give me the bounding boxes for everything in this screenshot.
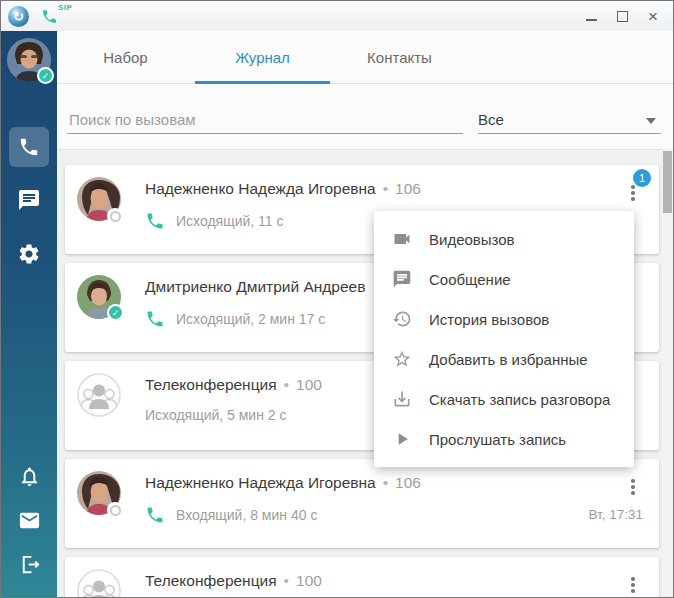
tab-journal[interactable]: Журнал (194, 31, 331, 83)
call-details-row: Входящий, 8 мин 40 с (145, 505, 645, 525)
videocam-icon (392, 229, 412, 249)
phone-icon (145, 211, 165, 231)
menu-item-video-call[interactable]: Видеовызов (374, 219, 634, 259)
sidebar: ✓ (1, 31, 57, 597)
settings-gear-icon (17, 242, 41, 266)
message-icon (392, 269, 412, 289)
avatar-group (77, 569, 121, 597)
chat-icon (17, 188, 41, 212)
call-time: Вт, 17:31 (588, 507, 643, 522)
maximize-button[interactable] (614, 8, 630, 24)
phone-icon (145, 505, 165, 525)
phone-icon (145, 309, 165, 329)
scrollbar-thumb[interactable] (663, 151, 672, 213)
main-content: Набор Журнал Контакты Все (57, 31, 673, 597)
minimize-icon (586, 19, 597, 21)
call-details: Исходящий, 11 с (176, 213, 284, 229)
sidebar-item-calls[interactable] (9, 127, 49, 167)
contact-number: 100 (296, 376, 322, 394)
menu-item-call-history[interactable]: История вызовов (374, 299, 634, 339)
call-log-row[interactable]: Телеконференция • 100 (65, 557, 659, 597)
search-row: Все (57, 84, 673, 149)
call-details: Входящий, 8 мин 40 с (176, 507, 317, 523)
filter-value: Все (478, 111, 504, 128)
contact-name-row: Надежненко Надежда Игоревна • 106 (145, 180, 645, 198)
contact-number: 106 (395, 180, 421, 198)
sidebar-item-messages[interactable] (9, 180, 49, 220)
offline-status-badge (107, 502, 123, 518)
call-details: Исходящий, 5 мин 2 с (145, 407, 287, 423)
contact-number: 100 (296, 572, 322, 590)
titlebar: ↻ SIP × (1, 1, 673, 31)
notification-badge: 1 (633, 169, 651, 187)
contact-name: Надежненко Надежда Игоревна (145, 474, 376, 492)
mail-icon (18, 509, 41, 532)
star-icon (392, 349, 412, 369)
close-button[interactable]: × (645, 8, 661, 24)
contact-name: Телеконференция (145, 572, 277, 590)
sidebar-bottom (18, 465, 41, 580)
minimize-button[interactable] (583, 8, 599, 24)
avatar: ✓ (77, 275, 121, 319)
contact-name: Надежненко Надежда Игоревна (145, 180, 376, 198)
row-menu-button[interactable] (625, 577, 641, 597)
call-log-row[interactable]: Надежненко Надежда Игоревна • 106 Входящ… (65, 459, 659, 548)
app-logo-icon: ↻ (8, 6, 29, 27)
contact-name-row: Надежненко Надежда Игоревна • 106 (145, 474, 645, 492)
filter-dropdown[interactable]: Все (478, 106, 661, 134)
menu-item-play-recording[interactable]: Прослушать запись (374, 419, 634, 459)
online-status-badge: ✓ (37, 67, 54, 84)
sidebar-item-notifications[interactable] (18, 465, 41, 492)
sip-phone-icon: SIP (41, 4, 75, 28)
contact-name-row: Телеконференция • 100 (145, 572, 645, 590)
history-icon (392, 309, 412, 329)
row-menu-button[interactable] (625, 479, 641, 505)
avatar (77, 177, 121, 221)
contact-name: Телеконференция (145, 376, 277, 394)
user-avatar[interactable]: ✓ (7, 38, 51, 82)
maximize-icon (617, 11, 628, 22)
scrollbar-track[interactable] (662, 149, 673, 597)
sidebar-item-mail[interactable] (18, 509, 41, 536)
menu-item-add-favorites[interactable]: Добавить в избранные (374, 339, 634, 379)
contact-name: Дмитриенко Дмитрий Андреев (145, 278, 365, 296)
tab-bar: Набор Журнал Контакты (57, 31, 673, 84)
menu-item-download-recording[interactable]: Скачать запись разговора (374, 379, 634, 419)
window-controls: × (583, 8, 661, 24)
avatar (77, 471, 121, 515)
tab-contacts[interactable]: Контакты (331, 31, 468, 83)
app-window: ↻ SIP × ✓ (0, 0, 674, 598)
phone-icon (18, 136, 40, 158)
contact-number: 106 (395, 474, 421, 492)
avatar-group (77, 373, 121, 417)
row-menu-button[interactable] (625, 185, 641, 211)
sidebar-item-settings[interactable] (9, 234, 49, 274)
logout-icon (18, 553, 41, 576)
play-icon (392, 429, 412, 449)
search-input[interactable] (67, 106, 463, 134)
sidebar-item-logout[interactable] (18, 553, 41, 580)
tab-dial[interactable]: Набор (57, 31, 194, 83)
online-status-badge: ✓ (107, 304, 124, 321)
sip-label: SIP (58, 3, 72, 12)
bell-icon (18, 465, 41, 488)
close-icon: × (648, 8, 658, 25)
offline-status-badge (107, 208, 123, 224)
chevron-down-icon (646, 118, 656, 124)
call-details: Исходящий, 2 мин 17 с (176, 311, 325, 327)
menu-item-message[interactable]: Сообщение (374, 259, 634, 299)
context-menu: Видеовызов Сообщение История вызовов Доб… (374, 211, 634, 467)
download-icon (392, 389, 412, 409)
